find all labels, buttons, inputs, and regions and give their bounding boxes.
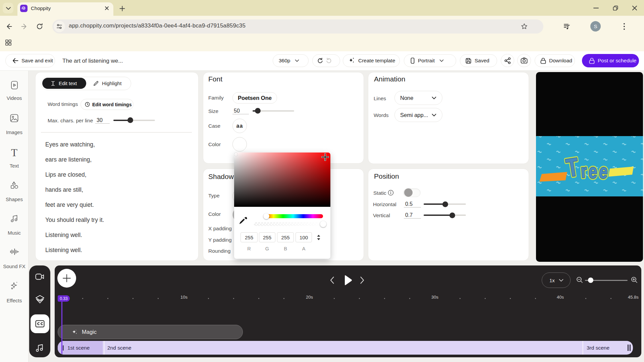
svg-text:e: e [588,160,598,183]
